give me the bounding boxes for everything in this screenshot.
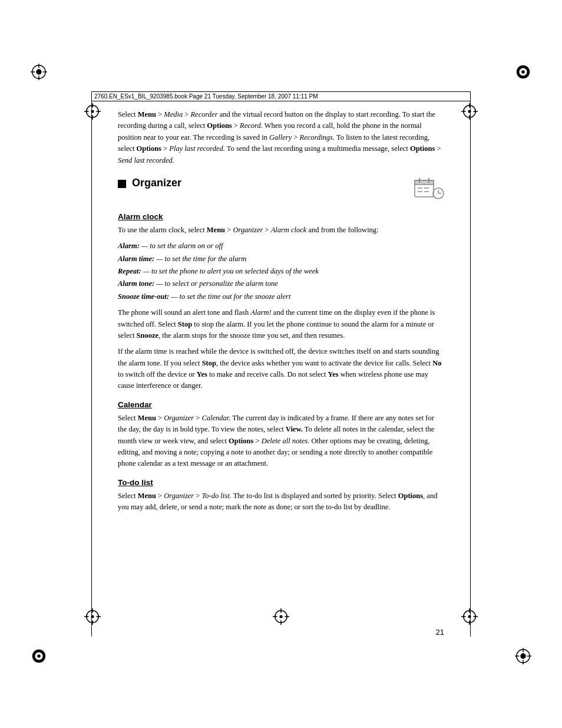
organizer-icon [414, 177, 444, 204]
section-square-icon [118, 180, 126, 188]
organizer-title: Organizer [132, 177, 181, 189]
inner-mark-tl [84, 103, 101, 120]
todo-section: To-do list Select Menu > Organizer > To-… [118, 478, 444, 513]
todo-heading: To-do list [118, 478, 444, 487]
todo-para: Select Menu > Organizer > To-do list. Th… [118, 490, 444, 513]
inner-mark-bl [84, 608, 101, 625]
svg-point-1 [36, 69, 41, 74]
corner-mark-tr [515, 64, 531, 80]
intro-paragraph: Select Menu > Media > Recorder and the v… [118, 109, 444, 166]
page-number: 21 [436, 628, 444, 637]
calendar-heading: Calendar [118, 400, 444, 409]
alarm-clock-section: Alarm clock To use the alarm clock, sele… [118, 212, 444, 392]
svg-point-11 [37, 654, 41, 658]
alarm-para1: The phone will sound an alert tone and f… [118, 307, 444, 341]
left-border [91, 91, 92, 637]
svg-rect-49 [415, 180, 434, 185]
corner-mark-br [515, 648, 531, 664]
inner-mark-br [461, 608, 478, 625]
header-bar: 2760.EN_ESv1_BIL_9203985.book Page 21 Tu… [91, 91, 471, 101]
organizer-section-heading: Organizer [118, 177, 444, 204]
alarm-clock-intro: To use the alarm clock, select Menu > Or… [118, 225, 444, 236]
calendar-para: Select Menu > Organizer > Calendar. The … [118, 413, 444, 470]
center-bottom-mark [273, 608, 289, 625]
page: 2760.EN_ESv1_BIL_9203985.book Page 21 Tu… [0, 0, 562, 728]
corner-mark-tl [31, 64, 47, 80]
alarm-item-time: Alarm time: — to set the time for the al… [118, 253, 444, 265]
corner-mark-bl [31, 648, 47, 664]
svg-point-41 [468, 615, 471, 618]
alarm-item-alarm: Alarm: — to set the alarm on or off [118, 241, 444, 252]
svg-point-29 [468, 110, 471, 113]
alarm-para2: If the alarm time is reached while the d… [118, 346, 444, 392]
inner-mark-tr [461, 103, 478, 120]
alarm-item-snooze: Snooze time-out: — to set the time out f… [118, 291, 444, 302]
organizer-heading-text: Organizer [118, 177, 181, 189]
svg-point-8 [521, 70, 525, 74]
svg-point-23 [91, 110, 94, 113]
alarm-clock-heading: Alarm clock [118, 212, 444, 221]
svg-point-47 [279, 615, 282, 618]
right-border [470, 91, 471, 637]
alarm-item-tone: Alarm tone: — to select or personalize t… [118, 278, 444, 289]
content-area: Select Menu > Media > Recorder and the v… [118, 109, 444, 610]
header-file-info: 2760.EN_ESv1_BIL_9203985.book Page 21 Tu… [94, 93, 318, 100]
svg-point-35 [91, 615, 94, 618]
calendar-section: Calendar Select Menu > Organizer > Calen… [118, 400, 444, 470]
alarm-item-repeat: Repeat: — to set the phone to alert you … [118, 266, 444, 277]
svg-point-13 [520, 653, 525, 658]
